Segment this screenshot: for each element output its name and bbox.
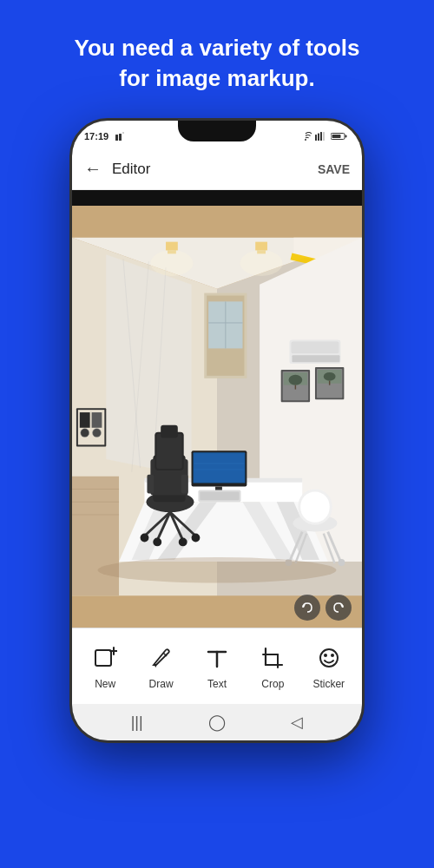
- black-band: [72, 190, 362, 206]
- svg-point-80: [192, 534, 201, 542]
- svg-rect-6: [320, 132, 322, 141]
- svg-point-34: [324, 372, 336, 381]
- status-time: 17:19: [84, 131, 108, 141]
- svg-point-113: [331, 654, 334, 657]
- status-right-icons: [299, 132, 348, 141]
- text-icon: [201, 642, 233, 674]
- svg-rect-73: [156, 434, 181, 469]
- tool-draw[interactable]: Draw: [138, 642, 185, 690]
- app-bar: ← Editor SAVE: [72, 148, 362, 190]
- svg-point-91: [338, 559, 345, 566]
- home-bar: ||| ◯ ◁: [72, 704, 362, 740]
- editor-toolbar: New Draw Text: [72, 628, 362, 704]
- svg-rect-48: [92, 412, 102, 428]
- undo-redo-controls: [294, 595, 352, 621]
- tool-text-label: Text: [207, 678, 227, 690]
- nav-back-button[interactable]: ◁: [291, 713, 303, 732]
- tool-new[interactable]: New: [82, 642, 128, 690]
- new-image-icon: [89, 642, 121, 674]
- svg-rect-66: [200, 492, 239, 501]
- svg-rect-60: [194, 453, 244, 482]
- svg-point-3: [305, 139, 306, 141]
- tool-sticker[interactable]: Sticker: [306, 642, 352, 690]
- nav-recents-button[interactable]: |||: [131, 713, 143, 732]
- nav-home-button[interactable]: ◯: [208, 713, 226, 732]
- svg-rect-1: [119, 134, 122, 141]
- svg-rect-41: [72, 477, 119, 596]
- app-title: Editor: [112, 161, 318, 178]
- tool-new-label: New: [95, 678, 115, 690]
- svg-rect-74: [161, 425, 178, 438]
- svg-rect-93: [166, 242, 178, 251]
- svg-point-79: [141, 534, 149, 542]
- draw-icon: [146, 642, 177, 674]
- save-button[interactable]: SAVE: [318, 162, 350, 176]
- svg-rect-101: [95, 650, 111, 666]
- redo-button[interactable]: [326, 595, 352, 621]
- svg-rect-4: [315, 135, 317, 141]
- sticker-icon: [313, 642, 345, 674]
- svg-rect-5: [318, 134, 319, 141]
- svg-point-98: [240, 251, 283, 276]
- tool-sticker-label: Sticker: [312, 678, 345, 690]
- svg-rect-47: [80, 412, 90, 428]
- svg-point-29: [289, 375, 303, 385]
- svg-point-49: [81, 429, 89, 437]
- svg-rect-10: [332, 135, 341, 138]
- tool-crop[interactable]: Crop: [249, 642, 296, 690]
- tool-text[interactable]: Text: [194, 642, 240, 690]
- svg-rect-85: [300, 492, 329, 523]
- svg-rect-25: [292, 355, 339, 362]
- headline: You need a variety of tools for image ma…: [43, 0, 391, 118]
- svg-point-112: [324, 654, 327, 657]
- svg-rect-9: [345, 135, 347, 138]
- svg-point-92: [97, 557, 336, 582]
- back-button[interactable]: ←: [84, 159, 102, 179]
- svg-rect-7: [323, 132, 325, 141]
- svg-point-50: [93, 429, 102, 437]
- svg-rect-2: [122, 132, 124, 134]
- tool-crop-label: Crop: [261, 678, 284, 690]
- svg-point-82: [179, 538, 187, 547]
- svg-rect-24: [291, 342, 339, 354]
- svg-point-81: [153, 538, 161, 547]
- phone-shell: 17:19 ←: [69, 118, 365, 743]
- svg-point-111: [320, 649, 338, 667]
- svg-rect-70: [147, 475, 154, 494]
- status-icons: [115, 132, 128, 141]
- undo-button[interactable]: [294, 595, 320, 621]
- svg-rect-71: [181, 475, 188, 494]
- notch: [178, 121, 256, 141]
- image-area: [72, 206, 362, 628]
- crop-icon: [257, 642, 288, 674]
- svg-rect-95: [255, 242, 267, 251]
- svg-rect-0: [115, 135, 118, 141]
- svg-point-97: [150, 251, 193, 276]
- tool-draw-label: Draw: [149, 678, 174, 690]
